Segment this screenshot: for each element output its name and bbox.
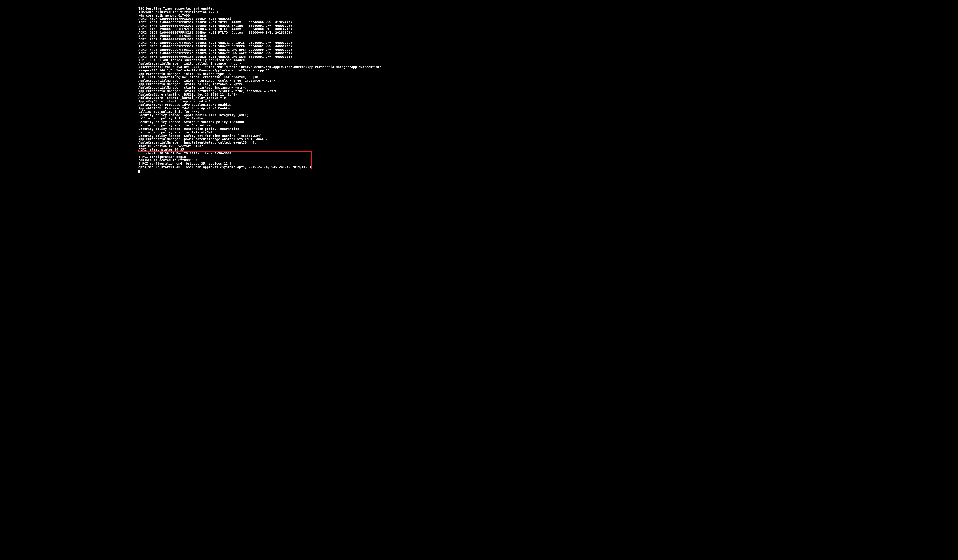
highlighted-log-block: pci (build 20:56:41 Dec 20 2018), flags …: [138, 152, 312, 169]
console-frame: TSC Deadline Timer supported and enabled…: [31, 7, 927, 546]
boot-log: TSC Deadline Timer supported and enabled…: [31, 7, 927, 173]
text-cursor: [138, 170, 140, 173]
console-body: TSC Deadline Timer supported and enabled…: [31, 7, 927, 546]
log-plain-block: TSC Deadline Timer supported and enabled…: [138, 7, 927, 152]
